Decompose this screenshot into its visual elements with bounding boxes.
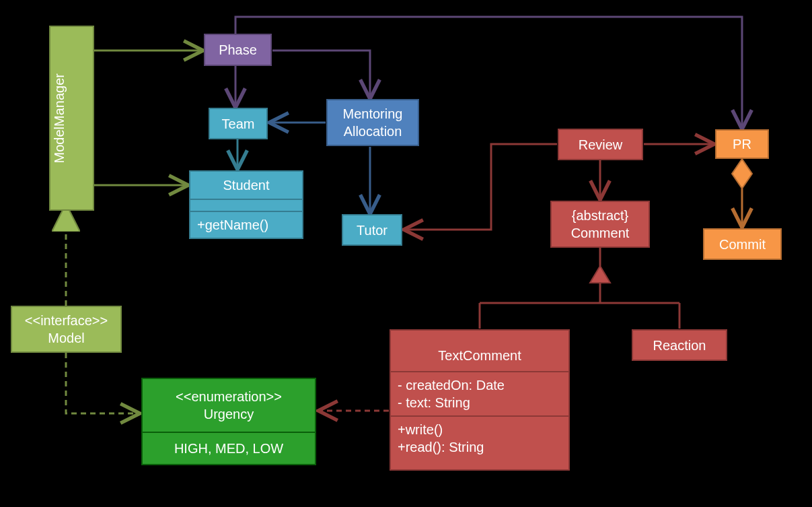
student-name: Student [223, 176, 270, 194]
textcomment-method1: +write() [398, 421, 562, 438]
class-reaction: Reaction [632, 329, 727, 361]
textcomment-name: TextComment [438, 348, 521, 363]
class-modelmanager: ModelManager [49, 26, 94, 211]
textcomment-method2: +read(): String [398, 438, 562, 456]
class-review: Review [558, 129, 643, 160]
phase-label: Phase [205, 41, 270, 59]
student-method: +getName() [190, 211, 302, 238]
class-tutor: Tutor [342, 214, 402, 246]
urgency-name: Urgency [149, 405, 308, 423]
commit-label: Commit [704, 236, 780, 253]
pr-label: PR [716, 135, 768, 153]
class-team: Team [209, 108, 268, 139]
class-phase: Phase [204, 34, 272, 66]
class-commit: Commit [703, 228, 782, 260]
urgency-values: HIGH, MED, LOW [143, 432, 315, 464]
model-stereotype: <<interface>> [19, 312, 114, 329]
model-name: Model [19, 329, 114, 347]
interface-model: <<interface>> Model [11, 306, 122, 353]
class-comment: {abstract} Comment [550, 201, 650, 248]
class-mentoring-allocation: Mentoring Allocation [326, 99, 419, 146]
team-label: Team [210, 115, 266, 133]
textcomment-attr2: - text: String [398, 394, 562, 411]
class-student: Student +getName() [189, 170, 303, 239]
comment-name: Comment [552, 224, 649, 242]
tutor-label: Tutor [343, 222, 401, 239]
textcomment-attr1: - createdOn: Date [398, 376, 562, 394]
modelmanager-label: ModelManager [50, 73, 93, 163]
class-textcomment: TextComment - createdOn: Date - text: St… [390, 329, 570, 471]
class-pr: PR [715, 129, 769, 159]
review-label: Review [559, 136, 642, 154]
comment-stereotype: {abstract} [552, 207, 649, 224]
reaction-label: Reaction [633, 337, 726, 354]
urgency-stereotype: <<enumeration>> [149, 388, 308, 405]
mentoring-line2: Allocation [328, 123, 418, 140]
enum-urgency: <<enumeration>> Urgency HIGH, MED, LOW [141, 378, 316, 465]
mentoring-line1: Mentoring [328, 105, 418, 123]
